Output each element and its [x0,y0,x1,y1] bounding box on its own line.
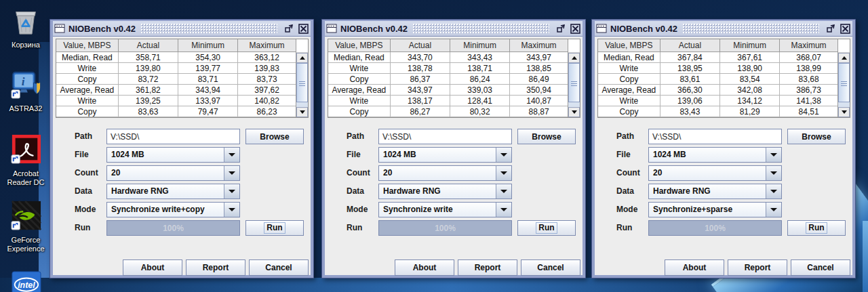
table-cell[interactable]: 83,61 [660,74,720,85]
table-cell[interactable]: Write [328,63,391,74]
table-cell[interactable]: 397,62 [238,85,296,96]
count-dropdown-button[interactable] [766,166,781,180]
browse-button[interactable]: Browse [787,129,846,144]
desktop-icon-acrobat[interactable]: Acrobat Reader DC [5,133,47,187]
file-dropdown-button[interactable] [766,148,781,162]
data-combobox[interactable]: Hardware RNG [378,184,512,199]
table-cell[interactable]: 386,73 [780,85,837,96]
maximize-button[interactable] [283,23,294,35]
table-cell[interactable]: 138,90 [720,63,780,74]
data-combobox[interactable]: Hardware RNG [648,184,782,199]
report-button[interactable]: Report [186,259,245,276]
table-cell[interactable]: 138,95 [660,63,720,74]
table-cell[interactable]: 138,71 [450,63,510,74]
file-combobox[interactable]: 1024 MB [378,147,512,163]
table-cell[interactable]: Write [328,96,391,106]
table-cell[interactable]: 139,83 [238,63,296,74]
scroll-down-button[interactable] [568,107,580,117]
window-titlebar[interactable]: NIOBench v0.42 [595,21,852,37]
table-cell[interactable]: 350,94 [510,85,568,96]
table-cell[interactable]: 83,71 [178,74,238,85]
file-dropdown-button[interactable] [224,148,239,162]
close-button[interactable] [570,23,581,35]
close-button[interactable] [298,23,309,35]
table-cell[interactable]: Copy [328,74,391,85]
desktop-icon-recycle-bin[interactable]: Корзина [5,4,47,49]
window-titlebar[interactable]: NIOBench v0.42 [325,21,583,37]
table-cell[interactable]: 86,24 [450,74,510,85]
table-scrollbar[interactable] [837,39,850,117]
table-cell[interactable]: 88,87 [510,106,568,117]
file-combobox[interactable]: 1024 MB [106,147,240,163]
table-cell[interactable]: 81,29 [720,106,780,117]
table-cell[interactable]: 358,71 [119,52,178,63]
scroll-down-button[interactable] [296,107,308,117]
scroll-down-button[interactable] [838,107,850,117]
close-button[interactable] [840,23,851,35]
cancel-button[interactable]: Cancel [521,259,580,276]
maximize-button[interactable] [825,23,836,35]
maximize-button[interactable] [555,23,566,35]
mode-dropdown-button[interactable] [766,203,781,217]
data-combobox[interactable]: Hardware RNG [106,184,240,199]
table-cell[interactable]: 139,06 [660,96,720,106]
scrollbar-track[interactable] [838,63,850,107]
mode-combobox[interactable]: Synchronize+sparse [648,202,782,217]
table-cell[interactable]: 86,27 [391,106,450,117]
report-button[interactable]: Report [728,259,787,276]
table-cell[interactable]: 343,97 [510,52,568,63]
table-cell[interactable]: Average, Read [56,85,119,96]
count-combobox[interactable]: 20 [648,165,782,181]
table-cell[interactable]: 343,70 [391,52,450,63]
browse-button[interactable]: Browse [245,129,304,144]
path-input[interactable] [648,129,782,144]
scrollbar-track[interactable] [296,63,308,107]
run-button[interactable]: Run [245,220,304,236]
table-cell[interactable]: 363,12 [238,52,296,63]
table-cell[interactable]: Write [598,63,660,74]
scroll-up-button[interactable] [568,53,580,63]
count-dropdown-button[interactable] [496,166,511,180]
table-cell[interactable]: 86,49 [510,74,568,85]
table-scrollbar[interactable] [568,39,580,117]
table-cell[interactable]: 83,73 [238,74,296,85]
table-cell[interactable]: 367,84 [660,52,720,63]
table-cell[interactable]: 86,37 [391,74,450,85]
desktop-icon-intel[interactable]: intel [5,270,47,292]
table-cell[interactable]: 134,12 [720,96,780,106]
scroll-up-button[interactable] [296,53,308,63]
window-titlebar[interactable]: NIOBench v0.42 [53,21,311,37]
report-button[interactable]: Report [458,259,517,276]
table-cell[interactable]: Median, Read [328,52,391,63]
table-cell[interactable]: 138,85 [510,63,568,74]
data-dropdown-button[interactable] [496,184,511,199]
about-button[interactable]: About [123,259,182,276]
table-cell[interactable]: 83,68 [780,74,837,85]
table-cell[interactable]: 366,30 [660,85,720,96]
table-cell[interactable]: Copy [56,106,119,117]
scrollbar-thumb[interactable] [296,63,308,102]
table-cell[interactable]: 139,77 [178,63,238,74]
cancel-button[interactable]: Cancel [791,259,850,276]
table-cell[interactable]: 139,25 [119,96,178,106]
table-cell[interactable]: Copy [598,74,660,85]
table-cell[interactable]: Average, Read [328,85,391,96]
table-cell[interactable]: Write [598,96,660,106]
desktop-icon-astra32[interactable]: i ASTRA32 [5,68,47,113]
table-cell[interactable]: 139,80 [119,63,178,74]
table-cell[interactable]: Copy [598,106,660,117]
count-combobox[interactable]: 20 [378,165,512,181]
window-system-icon[interactable] [596,24,607,34]
table-cell[interactable]: 83,54 [720,74,780,85]
scroll-up-button[interactable] [838,53,850,63]
data-dropdown-button[interactable] [766,184,781,199]
mode-combobox[interactable]: Synchronize write [378,202,512,217]
table-cell[interactable]: 138,17 [391,96,450,106]
table-cell[interactable]: 343,43 [450,52,510,63]
table-cell[interactable]: 342,08 [720,85,780,96]
table-cell[interactable]: 367,61 [720,52,780,63]
table-cell[interactable]: Copy [56,74,119,85]
table-cell[interactable]: Median, Read [56,52,119,63]
file-combobox[interactable]: 1024 MB [648,147,782,163]
mode-combobox[interactable]: Synchronize write+copy [106,202,240,217]
